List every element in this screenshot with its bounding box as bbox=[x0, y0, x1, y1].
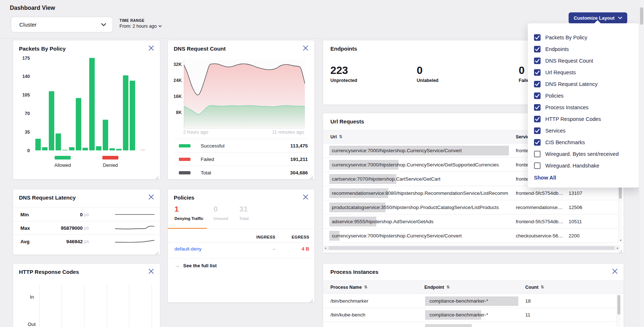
latency-metric-label: Min bbox=[20, 208, 29, 221]
latency-value: 946942µs bbox=[35, 235, 89, 248]
divider bbox=[168, 258, 314, 259]
checkbox-checked-icon[interactable] bbox=[534, 116, 541, 122]
checkbox-checked-icon[interactable] bbox=[534, 104, 541, 111]
close-icon[interactable] bbox=[612, 268, 619, 275]
time-range-value[interactable]: From: 2 hours ago bbox=[119, 24, 162, 29]
checkbox-unchecked-icon[interactable] bbox=[534, 151, 541, 157]
scroll-right-arrow-icon[interactable]: ▸ bbox=[617, 246, 619, 250]
menu-item-process-instances[interactable]: Process Instances bbox=[528, 102, 639, 113]
latency-unit: µs bbox=[84, 225, 89, 231]
endpoint-column-header[interactable]: Endpoint ⇅ bbox=[424, 281, 449, 293]
count-cell: 13107 bbox=[569, 186, 582, 200]
scroll-down-arrow-icon[interactable]: ▼ bbox=[619, 239, 622, 242]
tab-label: Total bbox=[239, 216, 248, 221]
resize-handle[interactable] bbox=[619, 248, 623, 252]
menu-item-url-requests[interactable]: Url Requests bbox=[528, 67, 639, 78]
menu-item-wireguard-handshake[interactable]: Wireguard. Handshake bbox=[528, 160, 639, 172]
table-row[interactable]: adservice:9555/hipstershop.AdService/Get… bbox=[323, 214, 624, 229]
see-full-list-link[interactable]: → See the full list bbox=[174, 263, 217, 268]
card-title: Policies bbox=[174, 194, 195, 201]
menu-item-dns-request-count[interactable]: DNS Request Count bbox=[528, 55, 639, 67]
packets-by-policy-card: Packets By Policy 17514010570350 Allowed… bbox=[13, 40, 160, 180]
table-row[interactable]: productcatalogservice:3550/hipstershop.P… bbox=[323, 200, 624, 214]
checkbox-unchecked-icon[interactable] bbox=[534, 162, 541, 169]
resize-handle[interactable] bbox=[310, 174, 313, 178]
url-cell: adservice:9555/hipstershop.AdService/Get… bbox=[332, 214, 514, 228]
table-row[interactable]: recommendationservice:8080/hipstershop.R… bbox=[323, 186, 624, 200]
customize-layout-label: Customize Layout bbox=[574, 15, 614, 21]
checkbox-checked-icon[interactable] bbox=[534, 46, 541, 52]
table-row[interactable]: /bin/benchmarkercompliance-benchmarker-*… bbox=[323, 294, 624, 308]
menu-item-http-response-codes[interactable]: HTTP Response Codes bbox=[528, 113, 639, 125]
latency-row-min: Min0µs bbox=[13, 208, 160, 221]
checkbox-checked-icon[interactable] bbox=[534, 92, 541, 99]
sort-icon[interactable]: ⇅ bbox=[339, 134, 342, 139]
count-column-header[interactable]: Count ⇅ bbox=[525, 281, 544, 293]
menu-item-wireguard-bytes-sent-received[interactable]: Wireguard. Bytes sent/received bbox=[528, 148, 639, 160]
tab-value: 31 bbox=[239, 205, 248, 213]
checkbox-checked-icon[interactable] bbox=[534, 58, 541, 64]
checkbox-checked-icon[interactable] bbox=[534, 81, 541, 87]
close-icon[interactable] bbox=[148, 194, 155, 201]
latency-number: 0 bbox=[80, 212, 83, 217]
chevron-down-icon bbox=[618, 17, 622, 19]
ingress-value: – bbox=[250, 246, 275, 252]
url-column-header[interactable]: Url ⇅ bbox=[330, 130, 342, 143]
policies-tab-total[interactable]: 31Total bbox=[239, 205, 248, 221]
policies-tab-unused[interactable]: 0Unused bbox=[213, 205, 228, 221]
checkbox-checked-icon[interactable] bbox=[534, 34, 541, 41]
resize-handle[interactable] bbox=[310, 298, 313, 301]
close-icon[interactable] bbox=[303, 194, 309, 201]
latency-row-avg: Avg946942µs bbox=[13, 235, 160, 248]
table-row[interactable]: /bin/kube-benchcompliance-benchmarker-*1… bbox=[323, 308, 624, 322]
tab-value: 1 bbox=[174, 205, 203, 213]
latency-sparkline bbox=[115, 211, 154, 219]
scrollbar-thumb[interactable] bbox=[640, 7, 643, 25]
vertical-scrollbar[interactable] bbox=[617, 294, 621, 327]
process-name-column-header[interactable]: Process Name ⇅ bbox=[330, 281, 367, 293]
checkbox-checked-icon[interactable] bbox=[534, 69, 541, 76]
sort-icon[interactable]: ⇅ bbox=[364, 285, 367, 289]
resize-handle[interactable] bbox=[155, 250, 159, 253]
sort-icon[interactable]: ⇅ bbox=[541, 285, 544, 289]
latency-sparkline bbox=[115, 225, 154, 233]
checkbox-checked-icon[interactable] bbox=[534, 127, 541, 134]
policies-tab-denying-traffic[interactable]: 1Denying Traffic bbox=[174, 205, 203, 221]
checkbox-checked-icon[interactable] bbox=[534, 139, 541, 146]
menu-item-label: Wireguard. Handshake bbox=[545, 163, 599, 169]
url-cell: recommendationservice:8080/hipstershop.R… bbox=[332, 186, 514, 200]
card-title: HTTP Response Codes bbox=[19, 269, 79, 275]
scroll-left-arrow-icon[interactable]: ◂ bbox=[325, 246, 326, 250]
menu-item-label: Wireguard. Bytes sent/received bbox=[545, 151, 619, 157]
denied-label: Denied bbox=[89, 162, 132, 168]
svg-text:175: 175 bbox=[22, 56, 30, 61]
close-icon[interactable] bbox=[148, 268, 155, 275]
view-select[interactable]: Cluster bbox=[11, 17, 113, 32]
menu-item-label: DNS Request Latency bbox=[545, 81, 597, 87]
close-icon[interactable] bbox=[303, 45, 309, 52]
policy-link[interactable]: default-deny bbox=[174, 246, 201, 252]
service-cell: recommendationse… bbox=[516, 200, 567, 214]
menu-item-cis-benchmarks[interactable]: CIS Benchmarks bbox=[528, 137, 639, 148]
menu-item-packets-by-policy[interactable]: Packets By Policy bbox=[528, 32, 639, 43]
menu-item-policies[interactable]: Policies bbox=[528, 90, 639, 102]
page-scrollbar[interactable] bbox=[639, 0, 644, 327]
menu-item-endpoints[interactable]: Endpoints bbox=[528, 43, 639, 55]
table-row[interactable]: benchmarkercompliance-benchmarker-*9 bbox=[323, 322, 624, 327]
egress-value: 4 B bbox=[283, 246, 309, 252]
resize-handle[interactable] bbox=[155, 174, 159, 178]
latency-value: 95879000µs bbox=[35, 221, 89, 235]
svg-text:32K: 32K bbox=[174, 62, 182, 67]
count-cell: 9 bbox=[525, 322, 528, 327]
menu-item-dns-request-latency[interactable]: DNS Request Latency bbox=[528, 78, 639, 90]
table-row[interactable]: currencyservice:7000/hipstershop.Currenc… bbox=[323, 229, 624, 243]
close-icon[interactable] bbox=[148, 45, 155, 52]
horizontal-scrollbar[interactable]: ◂ ▸ bbox=[323, 245, 620, 251]
http-response-codes-card: HTTP Response Codes In Out bbox=[13, 263, 160, 327]
menu-item-services[interactable]: Services bbox=[528, 125, 639, 137]
legend-label: Successful bbox=[201, 143, 224, 149]
latency-number: 95879000 bbox=[61, 225, 83, 231]
show-all-link[interactable]: Show All bbox=[534, 175, 556, 181]
tab-label: Denying Traffic bbox=[174, 216, 203, 221]
sort-icon[interactable]: ⇅ bbox=[446, 285, 449, 289]
